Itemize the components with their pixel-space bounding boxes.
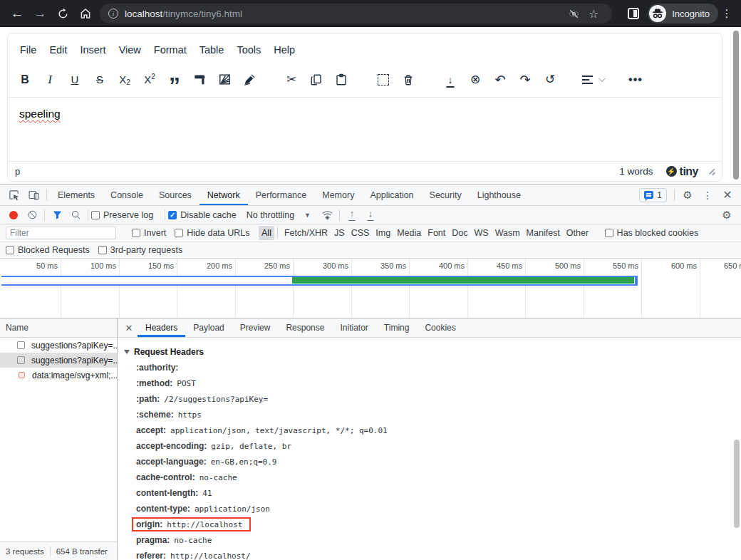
- details-tab-timing[interactable]: Timing: [376, 318, 418, 337]
- eye-off-icon[interactable]: [564, 8, 584, 20]
- delete-button[interactable]: [398, 70, 418, 90]
- request-row-3[interactable]: data:image/svg+xml;...: [0, 368, 117, 383]
- resize-handle-icon[interactable]: [708, 168, 715, 175]
- menu-tools[interactable]: Tools: [230, 41, 267, 58]
- device-toolbar-icon[interactable]: [24, 185, 43, 205]
- back-button[interactable]: ←: [6, 2, 28, 25]
- devtools-menu-icon[interactable]: ⋮: [698, 185, 717, 205]
- tab-memory[interactable]: Memory: [314, 185, 362, 205]
- record-button[interactable]: [4, 206, 23, 224]
- tab-elements[interactable]: Elements: [50, 185, 103, 205]
- superscript-button[interactable]: X2: [140, 70, 160, 90]
- menu-edit[interactable]: Edit: [43, 41, 73, 58]
- filter-input[interactable]: Filter: [6, 227, 116, 239]
- element-path[interactable]: p: [15, 166, 20, 177]
- filter-type-font[interactable]: Font: [425, 226, 449, 240]
- third-party-checkbox[interactable]: [98, 246, 107, 254]
- preserve-log-label[interactable]: Preserve log: [103, 210, 153, 220]
- filter-type-all[interactable]: All: [259, 226, 275, 240]
- cut-button[interactable]: ✂: [281, 70, 301, 90]
- third-party-label[interactable]: 3rd-party requests: [110, 245, 182, 255]
- tab-lighthouse[interactable]: Lighthouse: [470, 185, 529, 205]
- editor-content[interactable]: speeling: [8, 98, 722, 161]
- filter-type-manifest[interactable]: Manifest: [523, 226, 563, 240]
- disable-cache-checkbox[interactable]: [168, 211, 177, 219]
- tab-security[interactable]: Security: [422, 185, 470, 205]
- network-overview-timeline[interactable]: 50 ms 100 ms 150 ms 200 ms 250 ms 300 ms…: [0, 259, 741, 318]
- details-tab-headers[interactable]: Headers: [138, 318, 185, 337]
- name-column-header[interactable]: Name: [0, 318, 117, 338]
- filter-type-wasm[interactable]: Wasm: [492, 226, 523, 240]
- clear-button[interactable]: [23, 206, 41, 224]
- close-details-icon[interactable]: ✕: [120, 323, 138, 333]
- filter-type-img[interactable]: Img: [373, 226, 394, 240]
- hide-data-urls-label[interactable]: Hide data URLs: [187, 228, 249, 238]
- invert-label[interactable]: Invert: [144, 228, 166, 238]
- hide-data-urls-checkbox[interactable]: [175, 229, 183, 237]
- details-tab-initiator[interactable]: Initiator: [332, 318, 375, 337]
- address-bar[interactable]: i localhost/tinymce/tiny6.html ☆: [100, 4, 612, 24]
- request-row-2[interactable]: suggestions?apiKey=...: [0, 353, 117, 368]
- request-headers-section[interactable]: Request Headers: [122, 344, 741, 360]
- filter-type-media[interactable]: Media: [394, 226, 425, 240]
- inspect-element-icon[interactable]: [4, 185, 24, 205]
- frame-button[interactable]: [214, 70, 234, 90]
- import-button[interactable]: ↓: [440, 70, 460, 90]
- blockquote-button[interactable]: ”: [165, 70, 185, 90]
- menu-format[interactable]: Format: [147, 41, 193, 58]
- side-panel-icon[interactable]: [628, 8, 639, 19]
- details-tab-cookies[interactable]: Cookies: [417, 318, 463, 337]
- reload-button[interactable]: [51, 2, 74, 25]
- remove-button[interactable]: ⊗: [465, 70, 485, 90]
- details-tab-payload[interactable]: Payload: [185, 318, 232, 337]
- tab-console[interactable]: Console: [103, 185, 151, 205]
- underline-button[interactable]: U: [65, 70, 85, 90]
- format-painter-button[interactable]: [190, 70, 209, 90]
- tab-application[interactable]: Application: [362, 185, 421, 205]
- page-scrollbar[interactable]: [731, 27, 741, 184]
- tab-sources[interactable]: Sources: [151, 185, 200, 205]
- select-all-button[interactable]: [373, 70, 393, 90]
- throttling-dropdown[interactable]: No throttling ▼: [247, 210, 311, 220]
- word-count[interactable]: 1 words: [619, 166, 653, 177]
- bold-button[interactable]: B: [15, 70, 35, 90]
- copy-button[interactable]: [306, 70, 326, 90]
- home-button[interactable]: [74, 2, 97, 25]
- restore-draft-button[interactable]: ↺: [540, 70, 560, 90]
- undo-button[interactable]: ↶: [490, 70, 510, 90]
- details-tab-preview[interactable]: Preview: [232, 318, 279, 337]
- network-conditions-icon[interactable]: [318, 206, 336, 224]
- disable-cache-label[interactable]: Disable cache: [180, 210, 237, 220]
- tiny-logo[interactable]: ⚡ tiny: [666, 165, 698, 178]
- forward-button[interactable]: →: [28, 2, 51, 25]
- settings-gear-icon[interactable]: ⚙: [678, 185, 698, 205]
- strikethrough-button[interactable]: S: [90, 70, 110, 90]
- tab-network[interactable]: Network: [200, 185, 248, 205]
- italic-button[interactable]: I: [40, 70, 60, 90]
- network-settings-gear-icon[interactable]: ⚙: [717, 206, 737, 224]
- export-har-icon[interactable]: ↓: [361, 206, 380, 224]
- has-blocked-cookies-label[interactable]: Has blocked cookies: [617, 228, 699, 238]
- invert-checkbox[interactable]: [132, 229, 140, 237]
- redo-button[interactable]: ↷: [515, 70, 535, 90]
- filter-type-xhr[interactable]: Fetch/XHR: [281, 226, 331, 240]
- menu-table[interactable]: Table: [193, 41, 231, 58]
- blocked-requests-label[interactable]: Blocked Requests: [18, 245, 90, 255]
- details-scrollbar[interactable]: [732, 338, 741, 560]
- filter-type-other[interactable]: Other: [563, 226, 591, 240]
- pen-button[interactable]: [239, 70, 259, 90]
- menu-insert[interactable]: Insert: [73, 41, 112, 58]
- menu-help[interactable]: Help: [267, 41, 301, 58]
- menu-file[interactable]: File: [14, 41, 43, 58]
- preserve-log-checkbox[interactable]: [91, 211, 100, 219]
- filter-type-css[interactable]: CSS: [348, 226, 373, 240]
- filter-type-js[interactable]: JS: [331, 226, 348, 240]
- import-har-icon[interactable]: ↑: [343, 206, 361, 224]
- filter-type-ws[interactable]: WS: [471, 226, 492, 240]
- request-row-1[interactable]: suggestions?apiKey=...: [0, 338, 117, 353]
- misspelled-word[interactable]: speeling: [19, 108, 61, 120]
- details-tab-response[interactable]: Response: [278, 318, 332, 337]
- browser-menu-button[interactable]: ⋮: [718, 7, 735, 20]
- subscript-button[interactable]: X2: [115, 70, 135, 90]
- blocked-requests-checkbox[interactable]: [6, 246, 14, 254]
